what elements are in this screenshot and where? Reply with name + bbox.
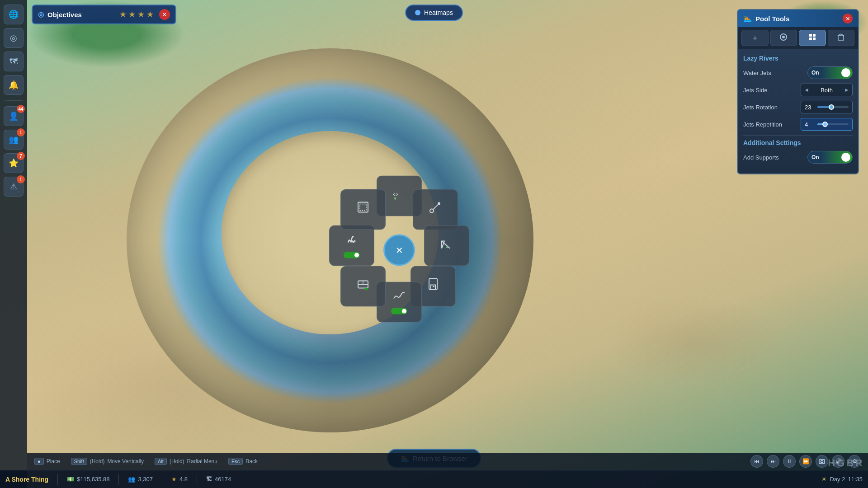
pool-tools-panel: 🏊 Pool Tools ✕ ＋ (737, 9, 859, 174)
svg-line-4 (433, 204, 438, 209)
building-count-icon: 🏗 (206, 476, 212, 483)
building-count-value: 46174 (215, 476, 231, 483)
jets-rotation-slider[interactable]: 23 (801, 101, 853, 113)
slope-icon (440, 236, 453, 253)
jets-side-selector[interactable]: ◄ Both ► (801, 84, 853, 96)
alert-badge: 1 (17, 175, 25, 183)
jets-side-value: Both (821, 87, 833, 94)
svg-point-2 (430, 209, 434, 212)
sidebar-btn-globe[interactable]: 🌐 (4, 5, 24, 24)
jets-repetition-label: Jets Repetition (743, 121, 782, 128)
snap-icon (356, 200, 370, 217)
building-icon (837, 33, 845, 43)
ctrl-radial-menu: Alt (Hold) Radial Menu (155, 458, 217, 465)
toggle-dot-water-jets (841, 68, 850, 77)
shift-key: Shift (71, 458, 87, 465)
sidebar-btn-person[interactable]: 👤 44 (4, 106, 24, 126)
water-feature-icon (392, 290, 406, 305)
star-2: ★ (128, 9, 136, 19)
svg-rect-21 (813, 38, 816, 40)
svg-point-17 (782, 36, 785, 38)
jets-side-next[interactable]: ► (844, 87, 849, 93)
wall-icon (356, 277, 370, 294)
tab-building[interactable] (828, 30, 855, 46)
objectives-close-button[interactable]: ✕ (159, 9, 170, 20)
back-label: Back (245, 458, 258, 465)
status-divider-3 (162, 474, 162, 485)
jets-repetition-dot (822, 122, 828, 127)
playback-camera-btn[interactable] (816, 455, 828, 468)
playback-pause-btn[interactable]: ⏸ (783, 455, 796, 468)
sidebar-btn-alert[interactable]: ⚠ 1 (4, 177, 24, 197)
svg-rect-18 (809, 34, 812, 37)
star-3: ★ (137, 9, 145, 19)
water-feature-toggle[interactable] (391, 308, 407, 314)
jets-side-prev[interactable]: ◄ (804, 87, 809, 93)
rating-icon: ★ (171, 476, 177, 483)
people-count-icon: 👥 (128, 476, 135, 483)
status-count: 🏗 46174 (206, 476, 231, 483)
segment-snap[interactable] (336, 183, 390, 237)
jets-repetition-value: 4 (805, 121, 814, 128)
radial-center-close[interactable]: ✕ (383, 235, 415, 266)
jets-repetition-row: Jets Repetition 4 (743, 118, 853, 131)
objectives-label: Objectives (47, 11, 82, 19)
sidebar-btn-star[interactable]: ⭐ 7 (4, 153, 24, 173)
lazy-rivers-title: Lazy Rivers (743, 55, 853, 62)
rating-value: 4.8 (179, 476, 188, 483)
radial-menu-label: Radial Menu (187, 458, 217, 465)
jets-side-row: Jets Side ◄ Both ► (743, 84, 853, 96)
controls-bar: ● Place Shift (Hold) Move Vertically Alt… (27, 453, 868, 470)
status-datetime: ☀ Day 2 11:35 (821, 476, 863, 483)
playback-fast-btn[interactable]: ⏩ (799, 455, 812, 468)
panel-tabs: ＋ (738, 27, 858, 49)
target-icon: ◎ (10, 33, 17, 43)
move-vertically-label: Move Vertically (107, 458, 144, 465)
entry-icon (426, 277, 440, 294)
svg-rect-7 (446, 246, 448, 248)
water-jets-label: Water Jets (743, 70, 771, 76)
ctrl-place: ● Place (34, 458, 60, 465)
globe-icon: 🌐 (9, 9, 19, 19)
status-divider-2 (118, 474, 119, 485)
water-jets-toggle[interactable]: On (807, 66, 853, 79)
plus-icon: ＋ (751, 33, 759, 43)
star-icon: ⭐ (9, 158, 19, 168)
tab-brush[interactable] (770, 30, 797, 46)
status-people: 👥 3,307 (128, 476, 153, 483)
svg-rect-15 (360, 204, 366, 210)
section-divider (743, 135, 853, 136)
heatmaps-button[interactable]: Heatmaps (405, 5, 463, 21)
people-count-value: 3,307 (138, 476, 153, 483)
bell-icon: 🔔 (9, 80, 19, 90)
heat-toggle[interactable] (344, 252, 360, 258)
esc-key: Esc (228, 458, 243, 465)
playback-next-btn[interactable]: ⏭ (767, 455, 779, 468)
hold-label-alt: (Hold) (170, 458, 184, 465)
jets-repetition-slider[interactable]: 4 (801, 118, 853, 131)
panel-close-button[interactable]: ✕ (843, 14, 853, 23)
person-badge: 44 (17, 105, 25, 113)
svg-rect-22 (838, 36, 844, 40)
jets-rotation-dot (829, 104, 834, 110)
ctrl-back: Esc Back (228, 458, 258, 465)
star-4: ★ (146, 9, 154, 19)
tab-grid[interactable] (799, 30, 826, 46)
sidebar-btn-bell[interactable]: 🔔 (4, 75, 24, 95)
sidebar-btn-people[interactable]: 👥 1 (4, 130, 24, 150)
tab-plus[interactable]: ＋ (741, 30, 769, 46)
svg-point-24 (821, 460, 823, 463)
money-icon: 💵 (67, 476, 74, 483)
jets-side-label: Jets Side (743, 87, 767, 94)
move-icon: ⇔ ▼ (392, 187, 406, 203)
add-supports-label: Add Supports (743, 154, 779, 161)
add-supports-toggle[interactable]: On (807, 151, 853, 164)
sidebar-btn-target[interactable]: ◎ (4, 28, 24, 48)
playback-prev-btn[interactable]: ⏮ (750, 455, 763, 468)
hold-label-shift: (Hold) (90, 458, 105, 465)
svg-text:▼: ▼ (393, 196, 397, 200)
grid-icon (808, 33, 816, 43)
sidebar-btn-map[interactable]: 🗺 (4, 52, 24, 71)
place-label: Place (47, 458, 60, 465)
close-icon: ✕ (396, 245, 403, 256)
